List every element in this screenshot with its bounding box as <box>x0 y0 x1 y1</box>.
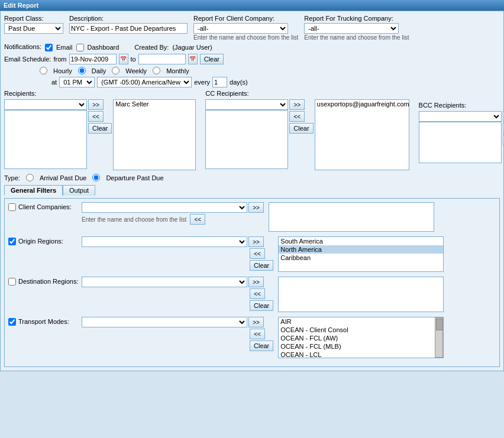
client-companies-move-left[interactable]: << <box>190 214 205 225</box>
client-company-col: Report For Client Company: -all- Enter t… <box>193 15 298 41</box>
bcc-controls: >> << Clear Virginie Francois <box>419 111 504 164</box>
transport-modes-label-col: Transport Modes: <box>8 317 79 326</box>
tab-content: Client Companies: >> Enter the name and … <box>4 198 500 367</box>
cc-arrow-col: >> << Clear <box>289 99 313 170</box>
hourly-radio[interactable] <box>40 67 47 74</box>
notifications-label: Notifications: <box>4 43 41 50</box>
created-by-value: (Jaguar User) <box>172 44 212 51</box>
from-date-input[interactable] <box>69 54 117 64</box>
client-company-label: Report For Client Company: <box>193 15 298 22</box>
cc-textarea[interactable] <box>205 110 288 169</box>
arrival-radio[interactable] <box>26 174 34 181</box>
origin-region-item[interactable]: South America <box>279 237 443 245</box>
transport-modes-select[interactable] <box>82 317 247 327</box>
tab-general-filters[interactable]: General Filters <box>4 185 63 196</box>
monthly-radio[interactable] <box>153 67 160 74</box>
bcc-dropdown[interactable] <box>419 111 502 122</box>
trucking-company-select[interactable]: -all- <box>304 23 399 34</box>
top-fields-row: Report Class: Past Due Description: Repo… <box>4 15 500 41</box>
origin-regions-filter: Origin Regions: >> << Clear South Americ… <box>8 236 496 272</box>
transport-modes-scrollbar[interactable] <box>435 317 443 358</box>
to-date-input[interactable] <box>138 54 186 64</box>
recipients-move-left[interactable]: << <box>88 111 104 122</box>
transport-mode-item[interactable]: OCEAN - LCL <box>279 351 435 358</box>
recipients-clear[interactable]: Clear <box>88 123 112 134</box>
destination-regions-dropdown-row: >> <box>82 277 273 287</box>
destination-regions-move-left[interactable]: << <box>250 288 265 299</box>
dashboard-checkbox[interactable] <box>76 44 84 51</box>
cc-item[interactable]: usexportops@jaguarfreight.com <box>315 100 409 108</box>
bcc-textarea[interactable] <box>419 122 502 163</box>
weekly-radio[interactable] <box>112 67 119 74</box>
at-label: at <box>51 79 57 86</box>
cc-recipients-label: CC Recipients: <box>205 90 409 97</box>
schedule-row: Email Schedule: from 📅 to 📅 Clear <box>4 54 500 64</box>
email-label: Email <box>56 44 73 51</box>
daily-radio[interactable] <box>78 67 86 74</box>
cc-move-left[interactable]: << <box>289 111 305 122</box>
destination-regions-move-right[interactable]: >> <box>248 277 264 287</box>
title-text: Edit Report <box>4 2 38 9</box>
destination-regions-clear[interactable]: Clear <box>250 300 273 311</box>
transport-modes-move-left[interactable]: << <box>250 329 265 339</box>
departure-radio[interactable] <box>92 174 100 181</box>
client-companies-label: Client Companies: <box>18 203 72 210</box>
to-calendar-button[interactable]: 📅 <box>188 54 198 64</box>
recipients-dropdown[interactable] <box>4 99 87 110</box>
cc-controls: >> << Clear usexportops@jaguarfreight.co… <box>205 99 409 170</box>
recipients-item[interactable]: Marc Selter <box>114 100 195 108</box>
transport-mode-item[interactable]: OCEAN - Client Consol <box>279 326 435 334</box>
origin-regions-clear[interactable]: Clear <box>250 260 273 271</box>
recipients-arrow-col: >> << Clear <box>88 99 112 170</box>
cc-clear[interactable]: Clear <box>289 123 313 134</box>
transport-mode-item[interactable]: OCEAN - FCL (MLB) <box>279 342 435 351</box>
tab-output[interactable]: Output <box>63 185 95 196</box>
client-companies-list <box>269 202 434 232</box>
email-checkbox[interactable] <box>45 44 53 51</box>
origin-regions-checkbox[interactable] <box>8 238 16 245</box>
client-company-select[interactable]: -all- <box>193 23 288 34</box>
origin-region-item[interactable]: Caribbean <box>279 254 443 262</box>
destination-regions-checkbox[interactable] <box>8 278 16 285</box>
client-companies-select[interactable] <box>82 202 247 213</box>
tabs-row: General Filters Output <box>4 185 500 196</box>
from-calendar-button[interactable]: 📅 <box>119 54 128 64</box>
time-select[interactable]: 01 PM <box>59 77 95 87</box>
dashboard-label: Dashboard <box>88 44 119 51</box>
origin-regions-controls: >> << Clear <box>82 236 273 271</box>
report-class-select[interactable]: Past Due <box>4 23 63 34</box>
interval-input[interactable] <box>212 77 227 87</box>
client-companies-filter: Client Companies: >> Enter the name and … <box>8 202 496 232</box>
origin-regions-move-left[interactable]: << <box>250 248 265 259</box>
client-companies-checkbox[interactable] <box>8 203 16 211</box>
destination-regions-label: Destination Regions: <box>18 278 79 285</box>
destination-regions-select[interactable] <box>82 277 247 287</box>
recipients-textarea[interactable] <box>4 110 87 169</box>
description-col: Description: <box>69 15 188 34</box>
origin-regions-label-col: Origin Regions: <box>8 236 79 246</box>
origin-region-item[interactable]: North America <box>279 245 443 254</box>
trucking-company-col: Report For Trucking Company: -all- Enter… <box>304 15 409 41</box>
cc-move-right[interactable]: >> <box>289 99 305 110</box>
weekly-label: Weekly <box>125 67 147 74</box>
transport-modes-clear[interactable]: Clear <box>250 340 273 351</box>
origin-regions-list: South AmericaNorth AmericaCaribbean <box>278 236 444 272</box>
client-companies-move-right[interactable]: >> <box>248 202 264 213</box>
to-label: to <box>131 56 136 63</box>
description-input[interactable] <box>69 23 188 34</box>
transport-mode-item[interactable]: OCEAN - FCL (AW) <box>279 334 435 342</box>
schedule-clear-button[interactable]: Clear <box>200 54 224 64</box>
recipients-move-right[interactable]: >> <box>88 99 104 110</box>
origin-regions-move-right[interactable]: >> <box>248 236 264 247</box>
arrival-label: Arrival Past Due <box>40 174 86 181</box>
client-companies-hint-row: Enter the name and choose from the list … <box>82 214 264 225</box>
frequency-radio-row: Hourly Daily Weekly Monthly <box>40 67 500 74</box>
origin-regions-select[interactable] <box>82 236 247 247</box>
cc-dropdown[interactable] <box>205 99 288 110</box>
timezone-select[interactable]: (GMT -05:00) America/New_ <box>97 77 192 87</box>
transport-modes-checkbox[interactable] <box>8 318 16 326</box>
destination-regions-filter: Destination Regions: >> << Clear <box>8 277 496 312</box>
report-class-label: Report Class: <box>4 15 63 22</box>
transport-mode-item[interactable]: AIR <box>279 317 435 326</box>
transport-modes-move-right[interactable]: >> <box>248 317 264 327</box>
